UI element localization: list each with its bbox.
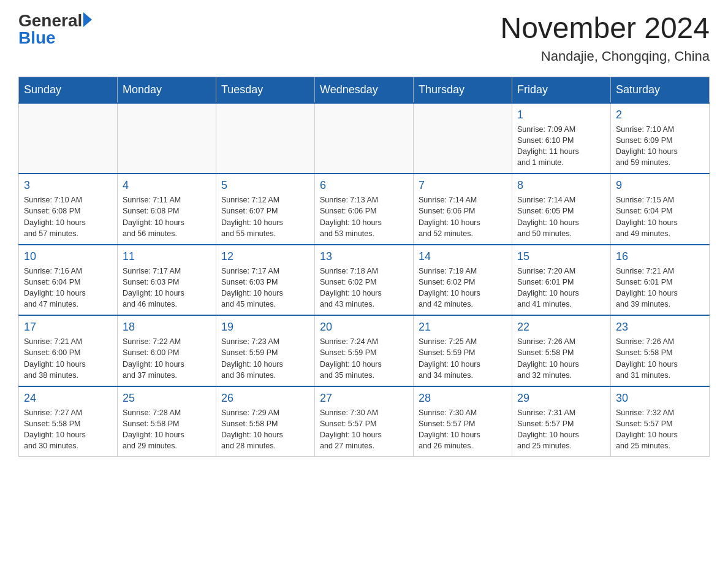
day-info: Sunrise: 7:22 AM Sunset: 6:00 PM Dayligh…: [123, 336, 211, 381]
calendar-cell: 11Sunrise: 7:17 AM Sunset: 6:03 PM Dayli…: [118, 245, 216, 316]
day-info: Sunrise: 7:10 AM Sunset: 6:09 PM Dayligh…: [616, 124, 704, 169]
day-info: Sunrise: 7:26 AM Sunset: 5:58 PM Dayligh…: [517, 336, 605, 381]
day-number: 30: [616, 392, 704, 405]
title-area: November 2024 Nandajie, Chongqing, China: [500, 12, 710, 64]
calendar-cell: 3Sunrise: 7:10 AM Sunset: 6:08 PM Daylig…: [19, 174, 118, 245]
day-info: Sunrise: 7:13 AM Sunset: 6:06 PM Dayligh…: [320, 194, 408, 239]
day-number: 4: [123, 179, 211, 192]
day-info: Sunrise: 7:23 AM Sunset: 5:59 PM Dayligh…: [221, 336, 309, 381]
calendar-cell: [118, 103, 216, 174]
day-info: Sunrise: 7:14 AM Sunset: 6:06 PM Dayligh…: [419, 194, 507, 239]
calendar-cell: 19Sunrise: 7:23 AM Sunset: 5:59 PM Dayli…: [216, 315, 315, 386]
day-info: Sunrise: 7:11 AM Sunset: 6:08 PM Dayligh…: [123, 194, 211, 239]
day-number: 24: [24, 392, 112, 405]
calendar-cell: 5Sunrise: 7:12 AM Sunset: 6:07 PM Daylig…: [216, 174, 315, 245]
day-number: 25: [123, 392, 211, 405]
calendar-cell: 2Sunrise: 7:10 AM Sunset: 6:09 PM Daylig…: [611, 103, 710, 174]
day-header-friday: Friday: [512, 77, 611, 103]
day-info: Sunrise: 7:29 AM Sunset: 5:58 PM Dayligh…: [221, 407, 309, 452]
calendar-cell: 9Sunrise: 7:15 AM Sunset: 6:04 PM Daylig…: [611, 174, 710, 245]
day-header-monday: Monday: [118, 77, 216, 103]
day-info: Sunrise: 7:25 AM Sunset: 5:59 PM Dayligh…: [419, 336, 507, 381]
day-info: Sunrise: 7:28 AM Sunset: 5:58 PM Dayligh…: [123, 407, 211, 452]
day-info: Sunrise: 7:17 AM Sunset: 6:03 PM Dayligh…: [123, 266, 211, 310]
day-header-sunday: Sunday: [19, 77, 118, 103]
calendar-cell: 22Sunrise: 7:26 AM Sunset: 5:58 PM Dayli…: [512, 315, 611, 386]
calendar-cell: 23Sunrise: 7:26 AM Sunset: 5:58 PM Dayli…: [611, 315, 710, 386]
day-number: 16: [616, 250, 704, 263]
day-number: 2: [616, 109, 704, 121]
day-number: 14: [419, 250, 507, 263]
day-number: 3: [24, 179, 112, 192]
day-number: 23: [616, 321, 704, 334]
day-info: Sunrise: 7:10 AM Sunset: 6:08 PM Dayligh…: [24, 194, 112, 239]
day-info: Sunrise: 7:24 AM Sunset: 5:59 PM Dayligh…: [320, 336, 408, 381]
day-info: Sunrise: 7:26 AM Sunset: 5:58 PM Dayligh…: [616, 336, 704, 381]
day-info: Sunrise: 7:17 AM Sunset: 6:03 PM Dayligh…: [221, 266, 309, 310]
day-number: 22: [517, 321, 605, 334]
calendar-cell: 1Sunrise: 7:09 AM Sunset: 6:10 PM Daylig…: [512, 103, 611, 174]
day-info: Sunrise: 7:09 AM Sunset: 6:10 PM Dayligh…: [517, 124, 605, 169]
day-number: 1: [517, 109, 605, 121]
week-row-1: 3Sunrise: 7:10 AM Sunset: 6:08 PM Daylig…: [19, 174, 710, 245]
day-info: Sunrise: 7:12 AM Sunset: 6:07 PM Dayligh…: [221, 194, 309, 239]
page-header: General Blue November 2024 Nandajie, Cho…: [18, 12, 710, 64]
day-number: 28: [419, 392, 507, 405]
day-number: 19: [221, 321, 309, 334]
calendar-cell: 21Sunrise: 7:25 AM Sunset: 5:59 PM Dayli…: [414, 315, 512, 386]
calendar-cell: 10Sunrise: 7:16 AM Sunset: 6:04 PM Dayli…: [19, 245, 118, 316]
calendar-cell: [19, 103, 118, 174]
day-info: Sunrise: 7:19 AM Sunset: 6:02 PM Dayligh…: [419, 266, 507, 310]
calendar-cell: 17Sunrise: 7:21 AM Sunset: 6:00 PM Dayli…: [19, 315, 118, 386]
logo-arrow-icon: [83, 12, 92, 27]
calendar-cell: 28Sunrise: 7:30 AM Sunset: 5:57 PM Dayli…: [414, 386, 512, 457]
day-number: 12: [221, 250, 309, 263]
day-info: Sunrise: 7:18 AM Sunset: 6:02 PM Dayligh…: [320, 266, 408, 310]
day-header-thursday: Thursday: [414, 77, 512, 103]
calendar-cell: 30Sunrise: 7:32 AM Sunset: 5:57 PM Dayli…: [611, 386, 710, 457]
day-number: 8: [517, 179, 605, 192]
day-number: 11: [123, 250, 211, 263]
calendar-cell: 29Sunrise: 7:31 AM Sunset: 5:57 PM Dayli…: [512, 386, 611, 457]
calendar-cell: 27Sunrise: 7:30 AM Sunset: 5:57 PM Dayli…: [315, 386, 414, 457]
calendar-cell: 16Sunrise: 7:21 AM Sunset: 6:01 PM Dayli…: [611, 245, 710, 316]
day-number: 27: [320, 392, 408, 405]
day-number: 5: [221, 179, 309, 192]
day-number: 6: [320, 179, 408, 192]
day-number: 26: [221, 392, 309, 405]
day-header-saturday: Saturday: [611, 77, 710, 103]
calendar-cell: 12Sunrise: 7:17 AM Sunset: 6:03 PM Dayli…: [216, 245, 315, 316]
calendar-cell: 18Sunrise: 7:22 AM Sunset: 6:00 PM Dayli…: [118, 315, 216, 386]
week-row-0: 1Sunrise: 7:09 AM Sunset: 6:10 PM Daylig…: [19, 103, 710, 174]
day-number: 15: [517, 250, 605, 263]
day-info: Sunrise: 7:21 AM Sunset: 6:01 PM Dayligh…: [616, 266, 704, 310]
day-info: Sunrise: 7:21 AM Sunset: 6:00 PM Dayligh…: [24, 336, 112, 381]
calendar-cell: [216, 103, 315, 174]
logo-blue-text: Blue: [18, 29, 56, 47]
calendar-cell: 20Sunrise: 7:24 AM Sunset: 5:59 PM Dayli…: [315, 315, 414, 386]
calendar-table: SundayMondayTuesdayWednesdayThursdayFrid…: [18, 77, 710, 458]
calendar-cell: 25Sunrise: 7:28 AM Sunset: 5:58 PM Dayli…: [118, 386, 216, 457]
location-title: Nandajie, Chongqing, China: [500, 48, 710, 64]
day-info: Sunrise: 7:15 AM Sunset: 6:04 PM Dayligh…: [616, 194, 704, 239]
calendar-cell: 4Sunrise: 7:11 AM Sunset: 6:08 PM Daylig…: [118, 174, 216, 245]
day-info: Sunrise: 7:30 AM Sunset: 5:57 PM Dayligh…: [320, 407, 408, 452]
day-info: Sunrise: 7:32 AM Sunset: 5:57 PM Dayligh…: [616, 407, 704, 452]
day-info: Sunrise: 7:27 AM Sunset: 5:58 PM Dayligh…: [24, 407, 112, 452]
day-info: Sunrise: 7:14 AM Sunset: 6:05 PM Dayligh…: [517, 194, 605, 239]
week-row-3: 17Sunrise: 7:21 AM Sunset: 6:00 PM Dayli…: [19, 315, 710, 386]
day-number: 21: [419, 321, 507, 334]
logo-general-text: General: [18, 12, 82, 29]
day-number: 18: [123, 321, 211, 334]
week-row-4: 24Sunrise: 7:27 AM Sunset: 5:58 PM Dayli…: [19, 386, 710, 457]
day-number: 9: [616, 179, 704, 192]
calendar-cell: 8Sunrise: 7:14 AM Sunset: 6:05 PM Daylig…: [512, 174, 611, 245]
week-row-2: 10Sunrise: 7:16 AM Sunset: 6:04 PM Dayli…: [19, 245, 710, 316]
calendar-cell: 13Sunrise: 7:18 AM Sunset: 6:02 PM Dayli…: [315, 245, 414, 316]
calendar-cell: 15Sunrise: 7:20 AM Sunset: 6:01 PM Dayli…: [512, 245, 611, 316]
day-number: 17: [24, 321, 112, 334]
day-info: Sunrise: 7:16 AM Sunset: 6:04 PM Dayligh…: [24, 266, 112, 310]
day-header-tuesday: Tuesday: [216, 77, 315, 103]
day-number: 7: [419, 179, 507, 192]
calendar-cell: 14Sunrise: 7:19 AM Sunset: 6:02 PM Dayli…: [414, 245, 512, 316]
